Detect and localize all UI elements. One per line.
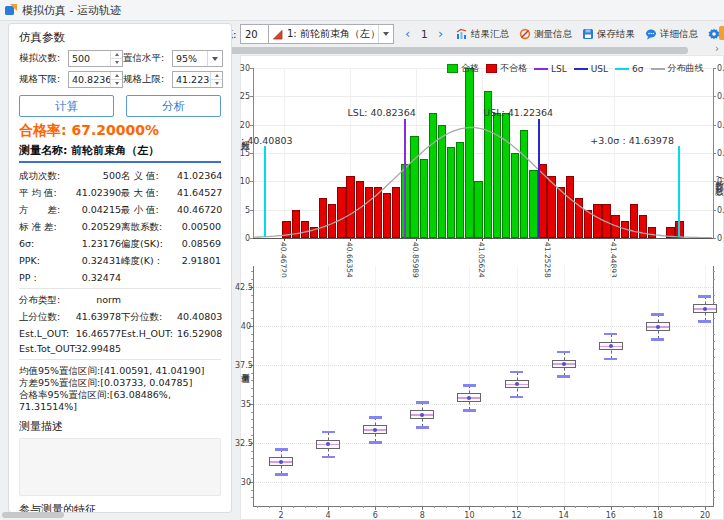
horizontal-scrollbar[interactable]: ‹ › [212,46,724,55]
box-whisker-cap-low [604,358,617,361]
y2-tick-label: 0.03 [717,149,724,158]
measurement-info-icon [519,28,531,40]
save-results-button[interactable]: 保存结果 [578,23,639,45]
y-minor-tick [713,341,715,342]
x-tick [658,506,659,510]
details-button[interactable]: 详细信息 [641,23,702,45]
y-minor-tick [251,357,253,358]
grid-line-h [253,365,713,367]
y-tick [250,181,253,182]
x-tick-label: 10 [459,511,479,520]
app-icon [5,4,17,16]
stat-value: 41.02390 [69,187,121,200]
x-tick-label: 20 [695,511,715,520]
divider [19,359,221,360]
statistics-grid: 成功次数:500名 义 值:41.02364平 均 值:41.02390最 大 … [19,170,221,283]
stat-label: Est.Tot_OUT: [19,343,69,354]
x-tick-label: 12 [507,511,527,520]
stat-label: 最 小 值: [121,204,177,217]
box-whisker-cap-high [463,384,476,387]
histogram-bar [639,215,647,238]
histogram-bar [465,68,473,238]
toolbar-button-label: 结果汇总 [471,28,509,41]
spinner-arrows[interactable] [210,72,222,87]
next-page-button[interactable]: › [433,24,448,44]
legend-item: 不合格 [486,62,527,75]
prev-page-button[interactable]: ‹ [400,24,415,44]
y-tick [250,210,253,211]
grid-line-v [611,266,612,506]
measurement-combo[interactable]: 1: 前轮前束角（左） [268,24,394,44]
scrollbar-thumb[interactable] [222,47,688,54]
histogram-bar [621,221,629,238]
y-axis-title-left: 频数 [240,134,252,136]
y-tick [250,68,253,69]
measurement-combo-value: 1: 前轮前束角（左） [283,27,378,41]
legend-label: LSL [551,64,567,74]
bottom-scrollbar-thumb[interactable] [2,512,64,518]
x-minor-tick [493,506,494,508]
simulation-count-input[interactable]: 500 [68,50,123,67]
x-minor-tick [552,506,553,508]
histogram-bar [356,181,364,238]
stat-label: Est.H_OUT: [121,328,177,339]
histogram-legend: 合格不合格LSLUSL6σ分布曲线 [447,62,704,75]
lower-spec-input[interactable]: 40.82364 [68,71,123,88]
results-summary-button[interactable]: 结果汇总 [452,23,513,45]
y-minor-tick [251,458,253,459]
sigma-low-line [264,146,266,237]
x-minor-tick [670,506,671,508]
stat-value [177,294,221,307]
box-mean-marker [279,460,283,464]
spinner-arrows[interactable] [110,72,122,87]
sigma-low-label: : 40.40803 [241,135,293,146]
y-minor-tick [251,380,253,381]
x-tick-label: 14 [554,511,574,520]
legend-swatch-box [447,64,458,73]
histogram-bar [392,187,400,238]
scroll-right-icon[interactable]: › [715,43,719,55]
pass-rate: 合格率: 67.20000% [19,122,221,140]
stat-value: norm [69,294,121,307]
stat-value: 0.08569 [177,238,221,251]
y-minor-tick [713,466,715,467]
stat-value: 0.00500 [177,221,221,234]
x-tick [517,506,518,510]
histogram-bar [502,113,510,238]
box-whisker-cap-low [416,426,429,429]
histogram-bar [611,215,619,238]
clipped-toolbar-icon[interactable] [719,26,724,40]
y-minor-tick [251,334,253,335]
histogram-bar [520,130,528,238]
measure-description-box[interactable] [19,438,221,496]
box-whisker-cap-low [651,338,664,341]
analyze-button[interactable]: 分析 [126,95,221,117]
upper-spec-input[interactable]: 41.22364 [172,71,223,88]
stat-label [121,272,177,283]
confidence-level-select[interactable]: 95% [172,50,223,67]
legend-label: 6σ [632,64,643,74]
y-minor-tick [251,466,253,467]
spinner-arrows[interactable] [110,51,122,66]
calculate-button[interactable]: 计算 [19,95,114,117]
y-axis-left [253,266,254,506]
stat-value: 32.99485 [69,343,121,354]
x-tick-label: 16 [601,511,621,520]
histogram-bar [566,176,574,238]
measurement-info-button[interactable]: 测量信息 [515,23,576,45]
field-value: 40.82364 [69,74,110,85]
x-minor-tick [399,506,400,508]
x-minor-tick [352,506,353,508]
legend-label: 合格 [461,62,479,75]
y-tick [250,125,253,126]
histogram-bar [630,204,638,238]
x-minor-tick [411,506,412,508]
histogram-bar [346,176,354,238]
stat-label: 峰度(K) : [121,255,177,268]
y-tick-label: 42.5 [235,283,251,292]
grid-line-h [253,326,713,328]
field-value: 500 [69,53,110,64]
box-whisker-cap-low [698,320,711,323]
x-tick [469,506,470,510]
histogram-bar [557,187,565,238]
